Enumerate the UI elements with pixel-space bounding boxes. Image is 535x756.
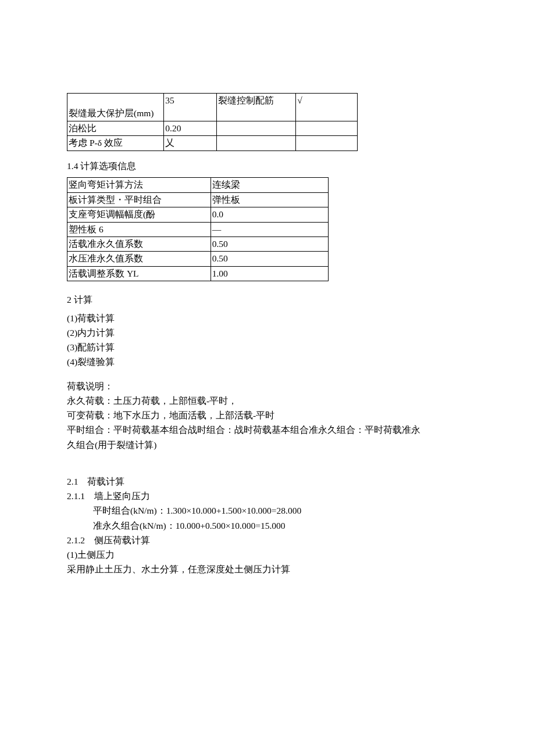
section-2-1-1-title: 2.1.1 墙上竖向压力 (67, 489, 468, 503)
section-2-title: 2 计算 (67, 293, 468, 306)
cell: — (211, 222, 328, 237)
cell (217, 136, 296, 151)
cell: 1.00 (211, 266, 328, 281)
cell: 考虑 P-δ 效应 (67, 136, 164, 151)
calc-line: 准永久组合(kN/m)：10.000+0.500×10.000=15.000 (93, 519, 468, 532)
subsection-label: (1)土侧压力 (67, 548, 468, 561)
table-row: 板计算类型・平时组合 弹性板 (67, 192, 329, 207)
load-desc-line: 久组合(用于裂缝计算) (67, 438, 468, 452)
calc-line: 平时组合(kN/m)：1.300×10.000+1.500×10.000=28.… (93, 504, 468, 517)
cell: 35 (164, 94, 217, 121)
cell: 泊松比 (67, 121, 164, 135)
cell: 0.50 (211, 252, 328, 266)
table-row: 活载准永久值系数 0.50 (67, 237, 329, 252)
table-calc-options: 竖向弯矩计算方法 连续梁 板计算类型・平时组合 弹性板 支座弯矩调幅幅度(酚 0… (67, 177, 329, 281)
table-row: 竖向弯矩计算方法 连续梁 (67, 178, 329, 192)
cell (296, 136, 358, 151)
list-item: (1)荷载计算 (67, 311, 468, 325)
cell: √ (296, 94, 358, 121)
cell: 竖向弯矩计算方法 (67, 178, 211, 192)
cell: 0.50 (211, 237, 328, 252)
desc-line: 采用静止土压力、水土分算，任意深度处土侧压力计算 (67, 562, 468, 576)
cell: 活载调整系数 YL (67, 266, 211, 281)
cell: 0.0 (211, 207, 328, 222)
list-item: (4)裂缝验算 (67, 355, 468, 368)
cell: 弹性板 (211, 192, 328, 207)
section-2-1-title: 2.1 荷载计算 (67, 475, 468, 488)
table-row: 考虑 P-δ 效应 乂 (67, 136, 358, 151)
cell: 连续梁 (211, 178, 328, 192)
cell (296, 121, 358, 135)
table-crack-params: 裂缝最大保护层(mm) 35 裂缝控制配筋 √ 泊松比 0.20 考虑 P-δ … (67, 93, 358, 151)
load-desc-line: 永久荷载：土压力荷载，上部恒载-平时， (67, 394, 468, 407)
table-row: 塑性板 6 — (67, 222, 329, 237)
cell: 裂缝最大保护层(mm) (67, 94, 164, 121)
cell: 板计算类型・平时组合 (67, 192, 211, 207)
load-desc-line: 平时组合：平时荷载基本组合战时组合：战时荷载基本组合准永久组合：平时荷载准永 (67, 423, 468, 436)
cell: 裂缝控制配筋 (217, 94, 296, 121)
section-1-4-title: 1.4 计算选项信息 (67, 159, 468, 173)
cell (217, 121, 296, 135)
table-row: 活载调整系数 YL 1.00 (67, 266, 329, 281)
cell: 乂 (164, 136, 217, 151)
list-item: (2)内力计算 (67, 326, 468, 339)
cell: 支座弯矩调幅幅度(酚 (67, 207, 211, 222)
cell: 塑性板 6 (67, 222, 211, 237)
table-row: 裂缝最大保护层(mm) 35 裂缝控制配筋 √ (67, 94, 358, 121)
load-desc-line: 可变荷载：地下水压力，地面活载，上部活载-平时 (67, 409, 468, 422)
section-2-1-2-title: 2.1.2 侧压荷载计算 (67, 533, 468, 547)
cell: 水压准永久值系数 (67, 252, 211, 266)
list-item: (3)配筋计算 (67, 341, 468, 354)
table-row: 泊松比 0.20 (67, 121, 358, 135)
cell: 活载准永久值系数 (67, 237, 211, 252)
load-desc-label: 荷载说明： (67, 379, 468, 393)
table-row: 支座弯矩调幅幅度(酚 0.0 (67, 207, 329, 222)
table-row: 水压准永久值系数 0.50 (67, 252, 329, 266)
cell: 0.20 (164, 121, 217, 135)
